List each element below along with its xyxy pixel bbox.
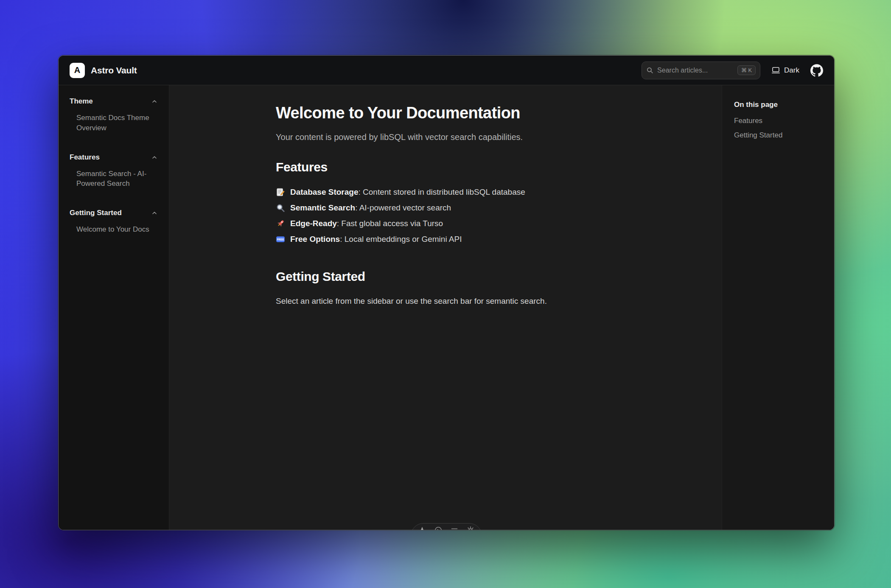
- magnifier-icon: [276, 201, 286, 217]
- article: Welcome to Your Documentation Your conte…: [267, 85, 624, 308]
- header: A Astro Vault ⌘ K Dark: [59, 56, 834, 85]
- github-link[interactable]: [810, 64, 823, 77]
- sidebar-section-title: Features: [70, 153, 100, 162]
- settings-icon[interactable]: [466, 526, 475, 530]
- search-shortcut-badge: ⌘ K: [737, 65, 756, 75]
- search-icon: [646, 67, 653, 74]
- theme-icon: [771, 66, 780, 75]
- feature-text: Semantic Search: AI-powered vector searc…: [290, 201, 451, 215]
- page-intro: Your content is powered by libSQL with v…: [276, 132, 615, 142]
- getting-started-heading: Getting Started: [276, 269, 615, 284]
- inspect-icon[interactable]: [434, 526, 443, 530]
- app-logo-letter: A: [74, 65, 80, 75]
- app-title: Astro Vault: [91, 65, 137, 76]
- search-box[interactable]: ⌘ K: [642, 62, 760, 79]
- app-logo: A: [70, 63, 85, 78]
- sidebar: Theme Semantic Docs Theme Overview Featu…: [59, 85, 169, 530]
- features-list: Database Storage: Content stored in dist…: [276, 185, 615, 248]
- sidebar-section-title: Theme: [70, 97, 93, 106]
- chevron-up-icon: [151, 154, 158, 161]
- sidebar-section-theme-toggle[interactable]: Theme: [70, 97, 158, 106]
- sidebar-section-theme: Theme Semantic Docs Theme Overview: [70, 97, 158, 135]
- feature-text: Free Options: Local embeddings or Gemini…: [290, 232, 462, 246]
- free-icon: FREE: [276, 232, 286, 248]
- sidebar-section-features: Features Semantic Search - AI-Powered Se…: [70, 153, 158, 191]
- sidebar-item-semantic-docs-theme-overview[interactable]: Semantic Docs Theme Overview: [70, 111, 158, 135]
- memo-icon: [276, 185, 286, 201]
- feature-item-semantic-search: Semantic Search: AI-powered vector searc…: [276, 201, 615, 217]
- search-input[interactable]: [657, 67, 734, 74]
- sidebar-section-title: Getting Started: [70, 209, 122, 217]
- brand[interactable]: A Astro Vault: [70, 63, 137, 78]
- github-icon: [810, 64, 823, 77]
- toc: On this page Features Getting Started: [722, 85, 834, 530]
- features-heading: Features: [276, 160, 615, 174]
- svg-text:FREE: FREE: [277, 238, 284, 241]
- menu-icon[interactable]: [450, 526, 459, 530]
- chevron-up-icon: [151, 98, 158, 105]
- feature-item-edge-ready: Edge-Ready: Fast global access via Turso: [276, 217, 615, 232]
- theme-toggle-button[interactable]: Dark: [771, 66, 799, 75]
- astro-icon[interactable]: [417, 526, 427, 530]
- sidebar-section-getting-started-toggle[interactable]: Getting Started: [70, 209, 158, 217]
- page-title: Welcome to Your Documentation: [276, 104, 615, 122]
- sidebar-item-welcome-to-your-docs[interactable]: Welcome to Your Docs: [70, 222, 158, 237]
- getting-started-text: Select an article from the sidebar or us…: [276, 295, 615, 308]
- main-content: Welcome to Your Documentation Your conte…: [169, 85, 722, 530]
- header-actions: ⌘ K Dark: [642, 62, 823, 79]
- theme-toggle-label: Dark: [784, 66, 799, 75]
- window-body: Theme Semantic Docs Theme Overview Featu…: [59, 85, 834, 530]
- dev-toolbar: [411, 523, 482, 530]
- sidebar-section-getting-started: Getting Started Welcome to Your Docs: [70, 209, 158, 237]
- feature-item-free-options: FREE Free Options: Local embeddings or G…: [276, 232, 615, 248]
- toc-title: On this page: [734, 101, 826, 109]
- app-window: A Astro Vault ⌘ K Dark: [59, 56, 834, 530]
- rocket-icon: [276, 217, 286, 232]
- feature-text: Database Storage: Content stored in dist…: [290, 185, 525, 199]
- chevron-up-icon: [151, 210, 158, 216]
- sidebar-item-semantic-search[interactable]: Semantic Search - AI-Powered Search: [70, 167, 158, 191]
- sidebar-section-features-toggle[interactable]: Features: [70, 153, 158, 162]
- feature-text: Edge-Ready: Fast global access via Turso: [290, 217, 443, 230]
- toc-link-getting-started[interactable]: Getting Started: [734, 131, 826, 140]
- feature-item-database-storage: Database Storage: Content stored in dist…: [276, 185, 615, 201]
- toc-link-features[interactable]: Features: [734, 117, 826, 125]
